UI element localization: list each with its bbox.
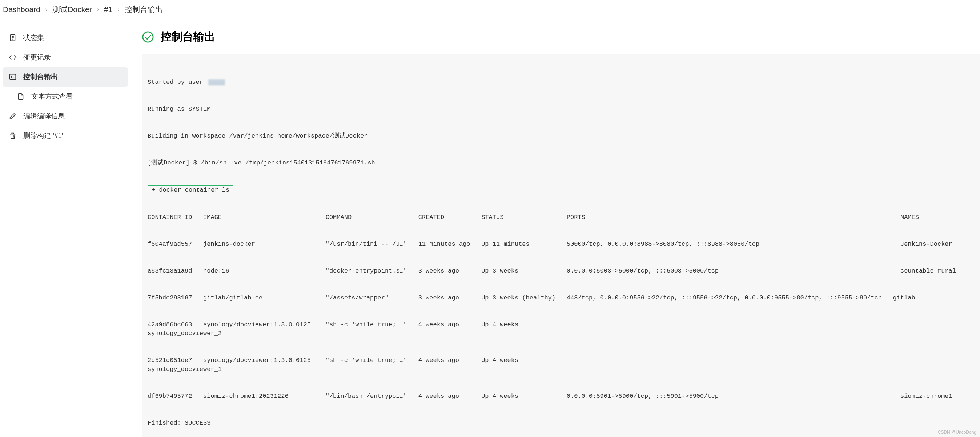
code-icon bbox=[9, 53, 17, 61]
highlighted-command: + docker container ls bbox=[148, 185, 233, 195]
main-content: 控制台输出 Started by user Running as SYSTEM … bbox=[131, 19, 980, 437]
file-icon bbox=[17, 93, 25, 101]
console-line: Building in workspace /var/jenkins_home/… bbox=[148, 132, 974, 141]
console-line-started: Started by user bbox=[148, 78, 974, 87]
sidebar-item-delete-build[interactable]: 删除构建 '#1' bbox=[3, 126, 128, 146]
chevron-right-icon: › bbox=[45, 6, 47, 13]
watermark: CSDN @UncoDong bbox=[938, 430, 976, 435]
sidebar-item-label: 编辑编译信息 bbox=[23, 111, 65, 121]
console-line: [测试Docker] $ /bin/sh -xe /tmp/jenkins154… bbox=[148, 158, 974, 168]
sidebar-item-label: 删除构建 '#1' bbox=[23, 131, 63, 141]
console-line-container: 42a9d86bc663 synology/docviewer:1.3.0.01… bbox=[148, 320, 974, 338]
edit-icon bbox=[9, 112, 17, 120]
sidebar-item-changes[interactable]: 变更记录 bbox=[3, 48, 128, 67]
console-line-container: f504af9ad557 jenkins-docker "/usr/bin/ti… bbox=[148, 240, 974, 249]
breadcrumb-project[interactable]: 测试Docker bbox=[52, 4, 92, 14]
sidebar-item-console[interactable]: 控制台输出 bbox=[3, 67, 128, 87]
document-icon bbox=[9, 34, 17, 42]
page-title: 控制台输出 bbox=[161, 29, 215, 44]
breadcrumb-build[interactable]: #1 bbox=[104, 5, 112, 14]
svg-point-9 bbox=[143, 32, 153, 42]
trash-icon bbox=[9, 132, 17, 140]
svg-rect-4 bbox=[10, 74, 16, 80]
sidebar-item-plaintext[interactable]: 文本方式查看 bbox=[3, 87, 128, 106]
console-line-command: + docker container ls bbox=[148, 185, 974, 195]
sidebar-item-label: 控制台输出 bbox=[23, 72, 58, 82]
breadcrumb-dashboard[interactable]: Dashboard bbox=[3, 5, 40, 14]
console-output: Started by user Running as SYSTEM Buildi… bbox=[142, 54, 980, 437]
svg-line-6 bbox=[13, 114, 14, 116]
console-line-header: CONTAINER ID IMAGE COMMAND CREATED STATU… bbox=[148, 213, 974, 222]
sidebar: 状态集 变更记录 控制台输出 文本方式查看 编辑编译信息 bbox=[0, 19, 131, 437]
console-line-finished: Finished: SUCCESS bbox=[148, 419, 974, 428]
chevron-right-icon: › bbox=[97, 6, 99, 13]
breadcrumb-current: 控制台输出 bbox=[125, 4, 163, 14]
sidebar-item-label: 状态集 bbox=[23, 33, 44, 43]
success-check-icon bbox=[142, 31, 154, 43]
console-line-container: df69b7495772 siomiz-chrome1:20231226 "/b… bbox=[148, 392, 974, 401]
console-line-container: 7f5bdc293167 gitlab/gitlab-ce "/assets/w… bbox=[148, 294, 974, 303]
console-line-container: 2d521d051de7 synology/docviewer:1.3.0.01… bbox=[148, 356, 974, 374]
console-line-container: a88fc13a1a9d node:16 "docker-entrypoint.… bbox=[148, 267, 974, 276]
console-line: Running as SYSTEM bbox=[148, 105, 974, 114]
page-header: 控制台输出 bbox=[142, 29, 980, 44]
terminal-icon bbox=[9, 73, 17, 81]
sidebar-item-edit-build-info[interactable]: 编辑编译信息 bbox=[3, 106, 128, 126]
sidebar-item-label: 文本方式查看 bbox=[31, 92, 73, 101]
breadcrumb: Dashboard › 测试Docker › #1 › 控制台输出 bbox=[0, 0, 980, 19]
sidebar-item-label: 变更记录 bbox=[23, 52, 51, 62]
chevron-right-icon: › bbox=[118, 6, 119, 13]
user-name-blurred bbox=[208, 79, 225, 85]
sidebar-item-status[interactable]: 状态集 bbox=[3, 28, 128, 48]
